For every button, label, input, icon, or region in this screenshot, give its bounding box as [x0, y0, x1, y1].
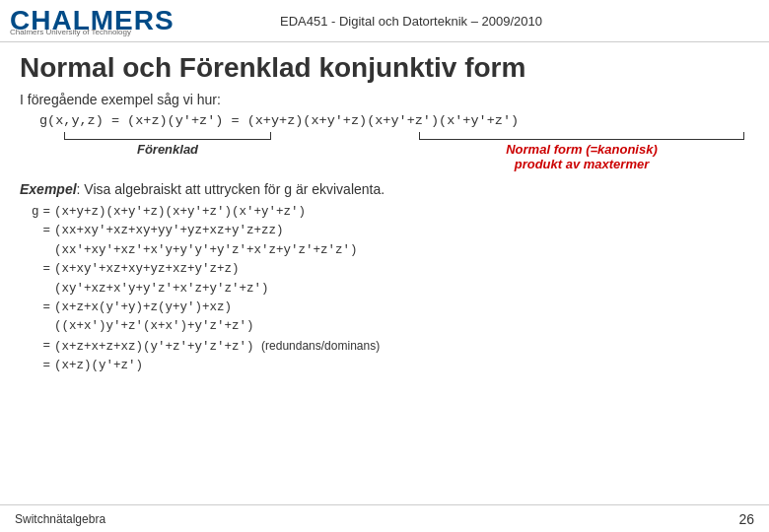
footer: Switchnätalgebra 26: [0, 504, 769, 532]
forenklad-bracket: [64, 132, 271, 140]
eq-cell: [41, 317, 53, 336]
table-row: ((x+x')y'+z'(x+x')+y'z'+z'): [30, 317, 382, 336]
redundans-note: (redundans/dominans): [261, 339, 380, 353]
var-cell: [30, 260, 41, 279]
eq-cell: =: [41, 260, 53, 279]
table-row: (xx'+xy'+xz'+x'y+y'y'+y'z'+x'z+y'z'+z'z'…: [30, 241, 382, 260]
course-title: EDA451 - Digital och Datorteknik – 2009/…: [280, 14, 759, 29]
var-cell: [30, 337, 41, 357]
eq-cell: =: [41, 337, 53, 357]
var-cell: [30, 299, 41, 317]
footer-page-number: 26: [738, 511, 754, 527]
table-row: = (xx+xy'+xz+xy+yy'+yz+xz+y'z+zz): [30, 222, 382, 240]
example-rest: : Visa algebraiskt att uttrycken för g ä…: [77, 181, 385, 197]
table-row: g = (x+y+z)(x+y'+z)(x+y'+z')(x'+y'+z'): [30, 203, 382, 222]
bracket-container: Förenklad Normal form (=kanonisk) produk…: [59, 132, 749, 171]
expr-cell: (x+xy'+xz+xy+yz+xz+y'z+z): [52, 260, 382, 279]
expr-cell: (x+z+x+z+xz)(y'+z'+y'z'+z') (redundans/d…: [52, 337, 382, 357]
var-cell: g: [30, 203, 41, 222]
var-cell: [30, 317, 41, 336]
normal-bracket: [419, 132, 744, 140]
table-row: = (x+z+x+z+xz)(y'+z'+y'z'+z') (redundans…: [30, 337, 382, 357]
algebra-section: g = (x+y+z)(x+y'+z)(x+y'+z')(x'+y'+z') =…: [30, 203, 749, 375]
expr-cell: (x+y+z)(x+y'+z)(x+y'+z')(x'+y'+z'): [52, 203, 382, 222]
algebra-table: g = (x+y+z)(x+y'+z)(x+y'+z')(x'+y'+z') =…: [30, 203, 382, 375]
example-line: Exempel: Visa algebraiskt att uttrycken …: [20, 181, 749, 197]
expr-cell: (xx+xy'+xz+xy+yy'+yz+xz+y'z+zz): [52, 222, 382, 240]
formula-line: g(x,y,z) = (x+z)(y'+z') = (x+y+z)(x+y'+z…: [39, 113, 749, 128]
normal-block: Normal form (=kanonisk) produkt av maxte…: [414, 132, 749, 171]
footer-left-label: Switchnätalgebra: [15, 512, 105, 526]
forenklad-label: Förenklad: [137, 142, 198, 157]
intro-text: I föregående exempel såg vi hur:: [20, 92, 749, 107]
forenklad-block: Förenklad: [59, 132, 276, 171]
logo-sub: Chalmers University of Technology: [10, 28, 131, 36]
eq-cell: =: [41, 357, 53, 375]
table-row: = (x+xy'+xz+xy+yz+xz+y'z+z): [30, 260, 382, 279]
expr-cell: ((x+x')y'+z'(x+x')+y'z'+z'): [52, 317, 382, 336]
var-cell: [30, 280, 41, 299]
main-content: Normal och Förenklad konjunktiv form I f…: [0, 42, 769, 385]
example-word: Exempel: [20, 181, 77, 197]
table-row: (xy'+xz+x'y+y'z'+x'z+y'z'+z'): [30, 280, 382, 299]
eq-cell: =: [41, 203, 53, 222]
expr-cell: (xx'+xy'+xz'+x'y+y'y'+y'z'+x'z+y'z'+z'z'…: [52, 241, 382, 260]
normal-form-label: Normal form (=kanonisk) produkt av maxte…: [506, 142, 658, 171]
table-row: = (x+z)(y'+z'): [30, 357, 382, 375]
table-row: = (x+z+x(y'+y)+z(y+y')+xz): [30, 299, 382, 317]
eq-cell: [41, 280, 53, 299]
eq-cell: [41, 241, 53, 260]
expr-cell: (x+z)(y'+z'): [52, 357, 382, 375]
var-cell: [30, 357, 41, 375]
eq-cell: =: [41, 299, 53, 317]
eq-cell: =: [41, 222, 53, 240]
var-cell: [30, 241, 41, 260]
page-title: Normal och Förenklad konjunktiv form: [20, 52, 749, 84]
formula-section: g(x,y,z) = (x+z)(y'+z') = (x+y+z)(x+y'+z…: [39, 113, 749, 171]
var-cell: [30, 222, 41, 240]
header: CHALMERS Chalmers University of Technolo…: [0, 0, 769, 42]
logo-area: CHALMERS Chalmers University of Technolo…: [10, 5, 280, 36]
expr-cell: (x+z+x(y'+y)+z(y+y')+xz): [52, 299, 382, 317]
expr-cell: (xy'+xz+x'y+y'z'+x'z+y'z'+z'): [52, 280, 382, 299]
